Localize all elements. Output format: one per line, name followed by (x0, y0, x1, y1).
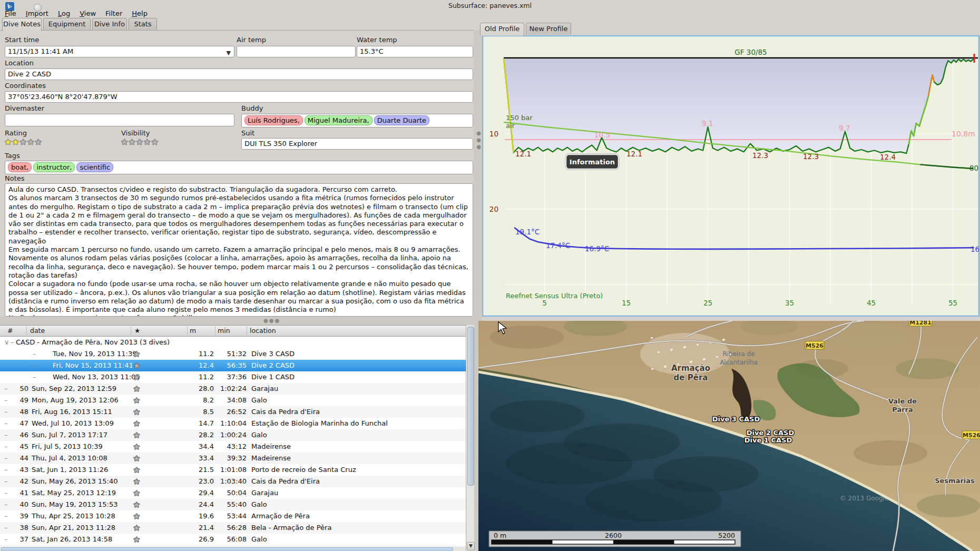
dive-list-hscrollbar[interactable] (0, 547, 466, 551)
svg-text:air: air (506, 122, 515, 130)
svg-text:M526: M526 (963, 432, 980, 439)
air-temp-input[interactable] (237, 46, 356, 57)
water-temp-label: Water temp (357, 36, 397, 44)
menu-import[interactable]: Import (21, 9, 53, 17)
divemaster-label: Divemaster (5, 104, 44, 112)
start-time-input[interactable]: 11/15/13 11:41 AM ▼ (5, 46, 234, 57)
scroll-down-button[interactable]: ▼ (467, 542, 475, 550)
star-icon: ★ (34, 137, 42, 147)
start-time-label: Start time (5, 36, 39, 44)
left-tab-bar: Dive NotesEquipmentDive InfoStats (2, 18, 471, 31)
svg-text:19.1°C: 19.1°C (515, 228, 540, 236)
svg-text:12.1: 12.1 (626, 150, 642, 158)
star-icon: ★ (4, 137, 12, 147)
svg-text:5: 5 (542, 299, 547, 307)
dive-row[interactable]: –43Sat, Jun 1, 2013 11:26★★★★★21.51:01:0… (0, 464, 473, 476)
dive-row[interactable]: –Fri, Nov 15, 2013 11:41★★★★★12.456:35Di… (0, 360, 473, 371)
road-badge: M1281 (909, 321, 932, 326)
column-header-2[interactable]: ★ (134, 327, 140, 334)
coordinates-input[interactable]: 37°05'23.460"N 8°20'47.879"W (5, 91, 473, 103)
tab-dive-info[interactable]: Dive Info (92, 18, 127, 30)
dive-site-map[interactable]: Armaçãode PêraRibeira deAlcantarilhaVale… (478, 321, 980, 551)
dive-row[interactable]: –38Sun, Apr 21, 2013 11:28★★★★★21.456:28… (0, 522, 473, 534)
menu-filter[interactable]: Filter (101, 9, 127, 17)
menu-log[interactable]: Log (53, 9, 75, 17)
dive-list-vscrollbar[interactable]: ▼ (466, 325, 474, 551)
dive-row[interactable]: –44Thu, Jul 4, 2013 10:08★★★★★33.439:32M… (0, 452, 473, 464)
svg-text:10.5: 10.5 (594, 131, 610, 139)
dive-row[interactable]: –45Fri, Jul 5, 2013 10:39★★★★★34.443:12M… (0, 441, 473, 452)
hscroll-thumb[interactable] (1, 547, 453, 551)
dive-row[interactable]: –Wed, Nov 13, 2013 11:06★★★★★11.237:36Di… (0, 371, 473, 383)
svg-text:9.1: 9.1 (702, 119, 713, 127)
dive-row[interactable]: –39Thu, Apr 25, 2013 10:28★★★★★19.653:44… (0, 510, 473, 522)
map-label: Dive 3 CASD (712, 415, 760, 423)
tab-equipment[interactable]: Equipment (43, 18, 91, 30)
svg-text:12.1: 12.1 (515, 150, 531, 158)
dive-list-header[interactable]: #date★mminlocation (0, 326, 473, 337)
road-badge: M526 (962, 431, 980, 439)
dive-row[interactable]: –48Fri, Aug 16, 2013 15:11★★★★★8.526:52C… (0, 406, 473, 418)
tab-dive-notes[interactable]: Dive Notes (2, 18, 42, 31)
dive-row[interactable]: –41Sat, May 25, 2013 12:19★★★★★29.450:04… (0, 487, 473, 499)
svg-text:5200: 5200 (718, 532, 735, 539)
information-tooltip[interactable]: Information (566, 154, 619, 169)
svg-text:20: 20 (489, 205, 498, 213)
tags-input[interactable]: boat,instructor,scientific (5, 161, 473, 174)
svg-text:Reefnet Sensus Ultra (Preto): Reefnet Sensus Ultra (Preto) (506, 292, 603, 300)
tab-old-profile[interactable]: Old Profile (480, 23, 524, 36)
chevron-down-icon[interactable]: ▼ (227, 48, 231, 57)
map-label: Dive 2 CASD (747, 429, 795, 437)
suit-input[interactable]: DUI TLS 350 Explorer (241, 138, 473, 150)
column-header-4[interactable]: min (218, 327, 230, 334)
pill-luísrodrigues: Luís Rodrigues, (244, 115, 303, 125)
vscroll-thumb[interactable] (467, 327, 474, 486)
star-icon: ★ (136, 137, 143, 147)
menu-file[interactable]: File (0, 9, 21, 17)
svg-text:12.3: 12.3 (752, 151, 768, 160)
tab-stats[interactable]: Stats (129, 18, 157, 30)
menu-view[interactable]: View (75, 9, 101, 17)
dive-row[interactable]: –47Wed, Jul 10, 2013 13:09★★★★★14.71:10:… (0, 418, 473, 429)
column-header-5[interactable]: location (250, 327, 276, 334)
water-temp-input[interactable]: 15.3°C (357, 46, 473, 57)
menu-help[interactable]: Help (127, 9, 152, 17)
star-icon: ★ (151, 137, 158, 147)
buddy-input[interactable]: Luís Rodrigues,Miguel Madureira,Duarte D… (241, 114, 473, 127)
buddy-label: Buddy (241, 104, 263, 112)
dive-row[interactable]: –Tue, Nov 19, 2013 11:39★★★★★11.251:32Di… (0, 348, 473, 360)
dive-row[interactable]: –40Sun, May 19, 2013 15:53★★★★★24.455:40… (0, 499, 473, 510)
column-header-0[interactable]: # (7, 327, 13, 334)
pill-miguelmadureira: Miguel Madureira, (305, 115, 373, 125)
map-label: de Pêra (674, 373, 708, 382)
visibility-label: Visibility (121, 129, 150, 137)
pill-duarteduarte: Duarte Duarte (374, 115, 429, 125)
dive-row[interactable]: –50Sun, Sep 22, 2013 12:59★★★★★28.01:02:… (0, 383, 473, 395)
dive-row[interactable]: –37Sat, Jan 26, 2013 14:58★★★★★26.956:08… (0, 534, 473, 545)
visibility-stars[interactable]: ★★★★★ (121, 137, 159, 147)
pill-scientific: scientific (76, 162, 113, 172)
dive-row[interactable]: –46Sun, Jul 7, 2013 17:17★★★★★28.21:00:2… (0, 429, 473, 441)
svg-text:55: 55 (948, 299, 957, 307)
svg-text:GF 30/85: GF 30/85 (734, 48, 767, 56)
notes-textarea[interactable]: Aula do curso CASD. Transectos c/video e… (5, 183, 473, 317)
svg-text:10: 10 (489, 130, 498, 138)
location-input[interactable]: Dive 2 CASD (5, 68, 473, 80)
map-label: Ribeira de (722, 350, 754, 358)
dive-row[interactable]: –42Sun, May 26, 2013 15:40★★★★★23.01:03:… (0, 476, 473, 487)
tab-new-profile[interactable]: New Profile (526, 23, 571, 35)
divemaster-input[interactable] (5, 114, 234, 126)
profile-tab-bar: Old ProfileNew Profile (480, 23, 691, 35)
dive-row[interactable]: –49Mon, Aug 19, 2013 12:06★★★★★8.234:08G… (0, 395, 473, 406)
column-header-3[interactable]: m (190, 327, 196, 334)
dive-trip-group-row[interactable]: ∨–CASD - Armação de Pêra, Nov 2013 (3 di… (0, 337, 473, 348)
svg-text:80: 80 (969, 164, 978, 172)
suit-label: Suit (241, 129, 254, 137)
svg-text:0 m: 0 m (494, 532, 506, 539)
column-header-1[interactable]: date (30, 327, 45, 334)
dive-profile-chart[interactable]: GF 30/85102051525354555Reefnet Sensus Ul… (482, 35, 980, 317)
rating-stars[interactable]: ★★★★★ (4, 137, 42, 147)
horizontal-splitter[interactable]: ●●● (0, 317, 474, 325)
pill-instructor: instructor, (33, 162, 75, 172)
svg-text:2600: 2600 (605, 532, 622, 539)
